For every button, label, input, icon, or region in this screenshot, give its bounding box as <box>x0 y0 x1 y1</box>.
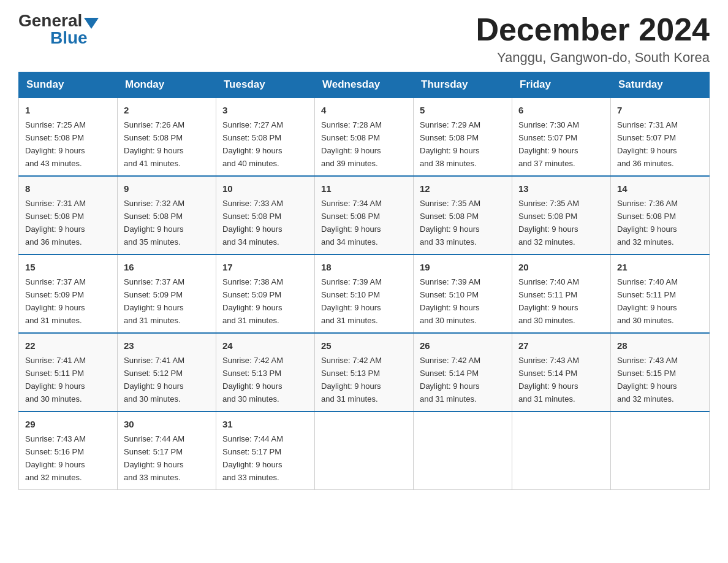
calendar-cell: 16 Sunrise: 7:37 AM Sunset: 5:09 PM Dayl… <box>118 255 216 333</box>
day-sunrise: Sunrise: 7:39 AM <box>420 277 480 286</box>
calendar-cell: 12 Sunrise: 7:35 AM Sunset: 5:08 PM Dayl… <box>414 176 512 255</box>
day-sunset: Sunset: 5:08 PM <box>124 133 183 142</box>
day-sunset: Sunset: 5:08 PM <box>222 212 281 221</box>
day-daylight2: and 32 minutes. <box>25 473 82 482</box>
calendar-cell: 29 Sunrise: 7:43 AM Sunset: 5:16 PM Dayl… <box>19 412 118 489</box>
calendar-cell: 17 Sunrise: 7:38 AM Sunset: 5:09 PM Dayl… <box>216 255 315 333</box>
day-number: 13 <box>518 182 604 196</box>
day-daylight2: and 41 minutes. <box>124 159 181 168</box>
day-sunset: Sunset: 5:13 PM <box>321 369 380 378</box>
day-sunrise: Sunrise: 7:31 AM <box>25 199 86 208</box>
day-number: 11 <box>321 182 407 196</box>
day-daylight2: and 38 minutes. <box>420 159 477 168</box>
day-sunset: Sunset: 5:10 PM <box>321 290 380 299</box>
logo-general-text: General <box>18 12 82 29</box>
calendar-cell: 21 Sunrise: 7:40 AM Sunset: 5:11 PM Dayl… <box>611 255 710 333</box>
day-sunrise: Sunrise: 7:40 AM <box>518 277 579 286</box>
day-sunset: Sunset: 5:14 PM <box>420 369 479 378</box>
day-number: 5 <box>420 103 506 117</box>
day-sunrise: Sunrise: 7:43 AM <box>617 356 678 365</box>
calendar-week-row: 1 Sunrise: 7:25 AM Sunset: 5:08 PM Dayli… <box>19 98 710 176</box>
day-daylight: Daylight: 9 hours <box>321 146 381 155</box>
day-daylight2: and 30 minutes. <box>420 316 477 325</box>
day-daylight2: and 31 minutes. <box>420 394 477 404</box>
day-sunrise: Sunrise: 7:31 AM <box>617 120 678 129</box>
day-sunset: Sunset: 5:08 PM <box>617 212 676 221</box>
day-sunset: Sunset: 5:11 PM <box>25 369 84 378</box>
calendar-cell: 24 Sunrise: 7:42 AM Sunset: 5:13 PM Dayl… <box>216 333 315 412</box>
day-sunset: Sunset: 5:08 PM <box>420 212 479 221</box>
calendar-cell: 11 Sunrise: 7:34 AM Sunset: 5:08 PM Dayl… <box>315 176 414 255</box>
day-number: 30 <box>124 417 210 431</box>
calendar-cell: 6 Sunrise: 7:30 AM Sunset: 5:07 PM Dayli… <box>512 98 611 176</box>
day-sunrise: Sunrise: 7:42 AM <box>222 356 283 365</box>
calendar-table: SundayMondayTuesdayWednesdayThursdayFrid… <box>18 72 710 490</box>
day-sunset: Sunset: 5:11 PM <box>518 290 577 299</box>
day-sunset: Sunset: 5:08 PM <box>518 212 577 221</box>
day-daylight2: and 36 minutes. <box>25 237 82 247</box>
day-number: 9 <box>124 182 210 196</box>
day-daylight2: and 36 minutes. <box>617 159 674 168</box>
calendar-cell: 22 Sunrise: 7:41 AM Sunset: 5:11 PM Dayl… <box>19 333 118 412</box>
day-daylight: Daylight: 9 hours <box>420 303 480 312</box>
day-daylight2: and 31 minutes. <box>321 394 378 404</box>
day-sunrise: Sunrise: 7:35 AM <box>420 199 480 208</box>
calendar-cell: 26 Sunrise: 7:42 AM Sunset: 5:14 PM Dayl… <box>414 333 512 412</box>
day-sunset: Sunset: 5:10 PM <box>420 290 479 299</box>
calendar-cell: 9 Sunrise: 7:32 AM Sunset: 5:08 PM Dayli… <box>118 176 216 255</box>
calendar-cell <box>512 412 611 489</box>
calendar-header-monday: Monday <box>118 72 216 98</box>
day-daylight2: and 31 minutes. <box>321 316 378 325</box>
calendar-cell: 2 Sunrise: 7:26 AM Sunset: 5:08 PM Dayli… <box>118 98 216 176</box>
calendar-cell: 18 Sunrise: 7:39 AM Sunset: 5:10 PM Dayl… <box>315 255 414 333</box>
day-daylight: Daylight: 9 hours <box>25 381 85 391</box>
day-sunrise: Sunrise: 7:43 AM <box>25 434 86 443</box>
day-sunset: Sunset: 5:08 PM <box>222 133 281 142</box>
day-sunset: Sunset: 5:13 PM <box>222 369 281 378</box>
day-daylight: Daylight: 9 hours <box>124 303 184 312</box>
day-daylight: Daylight: 9 hours <box>518 303 578 312</box>
day-sunrise: Sunrise: 7:42 AM <box>321 356 382 365</box>
day-number: 7 <box>617 103 703 117</box>
day-sunset: Sunset: 5:17 PM <box>124 447 183 456</box>
day-sunset: Sunset: 5:09 PM <box>124 290 183 299</box>
day-number: 20 <box>518 260 604 274</box>
day-daylight: Daylight: 9 hours <box>222 224 282 234</box>
location: Yanggu, Gangwon-do, South Korea <box>476 50 710 66</box>
day-number: 18 <box>321 260 407 274</box>
day-sunrise: Sunrise: 7:41 AM <box>124 356 184 365</box>
day-daylight2: and 35 minutes. <box>124 237 181 247</box>
calendar-cell: 1 Sunrise: 7:25 AM Sunset: 5:08 PM Dayli… <box>19 98 118 176</box>
day-daylight: Daylight: 9 hours <box>321 303 381 312</box>
day-number: 12 <box>420 182 506 196</box>
day-daylight: Daylight: 9 hours <box>124 224 184 234</box>
logo-triangle-icon <box>84 18 99 29</box>
day-number: 19 <box>420 260 506 274</box>
day-daylight2: and 32 minutes. <box>617 394 674 404</box>
day-number: 25 <box>321 339 407 353</box>
day-sunset: Sunset: 5:08 PM <box>321 133 380 142</box>
day-number: 2 <box>124 103 210 117</box>
day-daylight: Daylight: 9 hours <box>25 303 85 312</box>
calendar-cell: 25 Sunrise: 7:42 AM Sunset: 5:13 PM Dayl… <box>315 333 414 412</box>
day-daylight2: and 32 minutes. <box>518 237 575 247</box>
day-daylight2: and 39 minutes. <box>321 159 378 168</box>
day-number: 6 <box>518 103 604 117</box>
calendar-header-wednesday: Wednesday <box>315 72 414 98</box>
logo-blue-text: Blue <box>50 28 88 48</box>
day-number: 27 <box>518 339 604 353</box>
calendar-cell: 10 Sunrise: 7:33 AM Sunset: 5:08 PM Dayl… <box>216 176 315 255</box>
calendar-header-friday: Friday <box>512 72 611 98</box>
day-sunset: Sunset: 5:08 PM <box>420 133 479 142</box>
calendar-cell <box>611 412 710 489</box>
day-daylight: Daylight: 9 hours <box>25 224 85 234</box>
calendar-header-row: SundayMondayTuesdayWednesdayThursdayFrid… <box>19 72 710 98</box>
day-sunrise: Sunrise: 7:39 AM <box>321 277 382 286</box>
calendar-cell <box>414 412 512 489</box>
day-number: 23 <box>124 339 210 353</box>
day-sunrise: Sunrise: 7:44 AM <box>222 434 283 443</box>
calendar-cell: 13 Sunrise: 7:35 AM Sunset: 5:08 PM Dayl… <box>512 176 611 255</box>
day-sunset: Sunset: 5:08 PM <box>25 133 84 142</box>
day-number: 16 <box>124 260 210 274</box>
day-daylight2: and 31 minutes. <box>124 316 181 325</box>
